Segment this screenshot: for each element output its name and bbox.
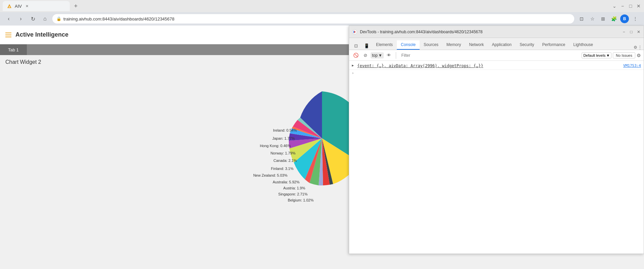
hamburger-line-1 <box>5 33 11 33</box>
devtools-panel: DevTools - training.aivhub.com:8443/aiv/… <box>349 26 644 254</box>
devtools-close-button[interactable]: ✕ <box>636 30 641 34</box>
reload-button[interactable]: ↻ <box>28 14 38 24</box>
tab-label: AIV <box>15 4 22 9</box>
screenshot-button[interactable]: ⊞ <box>598 14 608 24</box>
devtools-title: DevTools - training.aivhub.com:8443/aiv/… <box>360 30 619 34</box>
levels-arrow-icon: ▼ <box>606 53 610 57</box>
console-top-select[interactable]: top ▼ <box>371 52 384 58</box>
forward-button[interactable]: › <box>16 14 25 24</box>
console-filter-divider <box>396 52 396 59</box>
svg-text:Singapore: 2.71%: Singapore: 2.71% <box>278 192 308 196</box>
devtools-tab-lighthouse[interactable]: Lighthouse <box>569 40 597 50</box>
console-filter-button[interactable]: ⊘ <box>361 51 369 59</box>
svg-text:Austria: 1.9%: Austria: 1.9% <box>283 186 306 190</box>
app-content: Active Intelligence Bhaumik B Tab 1 Char… <box>0 26 644 269</box>
minimize-button[interactable]: − <box>620 3 625 9</box>
devtools-tabs: ⊡ 📱 Elements Console Sources Memory Netw… <box>349 38 644 50</box>
url-bar[interactable]: 🔒 training.aivhub.com:8443/aiv/dashboard… <box>52 14 574 24</box>
top-dropdown-icon: ▼ <box>378 53 382 58</box>
console-clear-button[interactable]: 🚫 <box>352 51 360 59</box>
extensions-button[interactable]: 🧩 <box>609 14 619 24</box>
tab-favicon: A <box>7 3 12 9</box>
svg-text:Norway: 1.79%: Norway: 1.79% <box>270 151 296 155</box>
tab-1[interactable]: Tab 1 <box>0 44 27 55</box>
svg-text:A: A <box>8 6 10 8</box>
tab-bar: A AIV ✕ + ⌄ − □ ✕ <box>0 0 644 12</box>
hamburger-menu[interactable] <box>5 33 11 37</box>
console-settings-button[interactable]: ⚙ <box>637 53 641 58</box>
svg-text:Canada: 2.1%: Canada: 2.1% <box>273 159 297 163</box>
menu-button[interactable]: ⋮ <box>631 14 640 24</box>
devtools-tab-network[interactable]: Network <box>465 40 488 50</box>
devtools-tab-device[interactable]: 📱 <box>363 42 371 50</box>
svg-text:New Zealand: 5.03%: New Zealand: 5.03% <box>253 173 287 177</box>
app-title: Active Intelligence <box>15 31 68 38</box>
window-controls: ⌄ − □ ✕ <box>612 3 641 9</box>
console-source-link[interactable]: VM1753:4 <box>623 63 641 68</box>
devtools-console-content: ▶ {event: {…}, aivData: Array(2996), wid… <box>349 61 644 254</box>
address-bar-row: ‹ › ↻ ⌂ 🔒 training.aivhub.com:8443/aiv/d… <box>0 12 644 26</box>
bookmark-button[interactable]: ☆ <box>588 14 597 24</box>
console-expand-row: › <box>349 70 644 76</box>
new-tab-button[interactable]: + <box>71 1 80 11</box>
devtools-tab-security[interactable]: Security <box>516 40 538 50</box>
console-no-issues-button[interactable]: No Issues <box>613 52 635 58</box>
devtools-tab-inspect[interactable]: ⊡ <box>352 42 360 50</box>
hamburger-line-3 <box>5 37 11 37</box>
maximize-button[interactable]: □ <box>628 3 633 9</box>
console-levels-button[interactable]: Default levels ▼ <box>582 52 611 58</box>
cast-button[interactable]: ⊡ <box>577 14 586 24</box>
profile-button[interactable]: B <box>620 14 629 24</box>
console-eye-button[interactable]: 👁 <box>385 51 393 59</box>
browser-window: A AIV ✕ + ⌄ − □ ✕ ‹ › ↻ ⌂ 🔒 training.aiv… <box>0 0 644 26</box>
browser-tab[interactable]: A AIV ✕ <box>3 1 70 11</box>
console-entry-value: {event: {…}, aivData: Array(2996), widge… <box>357 63 483 68</box>
svg-text:Japan: 1.77%: Japan: 1.77% <box>272 136 295 140</box>
devtools-tab-elements[interactable]: Elements <box>372 40 397 50</box>
console-expand-arrow[interactable]: ▶ <box>352 63 357 67</box>
back-button[interactable]: ‹ <box>4 14 13 24</box>
no-issues-label: No Issues <box>616 53 632 57</box>
devtools-tab-sources[interactable]: Sources <box>420 40 442 50</box>
devtools-tab-application[interactable]: Application <box>488 40 516 50</box>
svg-text:Finland: 3.1%: Finland: 3.1% <box>271 167 293 171</box>
console-entry-text: {event: {…}, aivData: Array(2996), widge… <box>357 63 623 68</box>
home-button[interactable]: ⌂ <box>40 14 50 24</box>
console-entry-row: ▶ {event: {…}, aivData: Array(2996), wid… <box>349 62 644 70</box>
hamburger-line-2 <box>5 35 11 35</box>
browser-actions: ⊡ ☆ ⊞ 🧩 B ⋮ <box>577 14 640 24</box>
svg-text:Hong Kong: 0.46%: Hong Kong: 0.46% <box>260 144 291 148</box>
devtools-tab-performance[interactable]: Performance <box>538 40 570 50</box>
top-label: top <box>372 53 378 58</box>
devtools-minimize-button[interactable]: − <box>622 30 626 34</box>
devtools-tab-memory[interactable]: Memory <box>442 40 465 50</box>
avatar: B <box>620 14 629 23</box>
levels-label: Default levels <box>583 53 605 57</box>
devtools-titlebar: DevTools - training.aivhub.com:8443/aiv/… <box>349 26 644 38</box>
tab-close-button[interactable]: ✕ <box>24 3 30 9</box>
console-filter-input[interactable] <box>399 52 581 59</box>
lock-icon: 🔒 <box>56 16 61 21</box>
svg-text:Belgium: 1.02%: Belgium: 1.02% <box>288 198 314 202</box>
svg-text:Ireland: 0.54%: Ireland: 0.54% <box>273 128 297 132</box>
close-button[interactable]: ✕ <box>636 3 641 9</box>
devtools-tab-console[interactable]: Console <box>397 40 420 50</box>
url-text: training.aivhub.com:8443/aiv/dashboards/… <box>63 16 174 21</box>
console-child-arrow[interactable]: › <box>352 71 357 75</box>
devtools-favicon <box>352 29 357 35</box>
devtools-console-toolbar: 🚫 ⊘ top ▼ 👁 Default levels ▼ No Issues ⚙ <box>349 50 644 61</box>
devtools-window-controls: − □ ✕ <box>622 30 641 34</box>
devtools-maximize-button[interactable]: □ <box>629 30 634 34</box>
devtools-settings-icon[interactable]: ⚙ <box>633 45 638 50</box>
tab-search-button[interactable]: ⌄ <box>612 3 617 9</box>
devtools-more-icon[interactable]: ⋮ <box>638 45 642 50</box>
svg-text:Australia: 5.92%: Australia: 5.92% <box>273 180 300 184</box>
